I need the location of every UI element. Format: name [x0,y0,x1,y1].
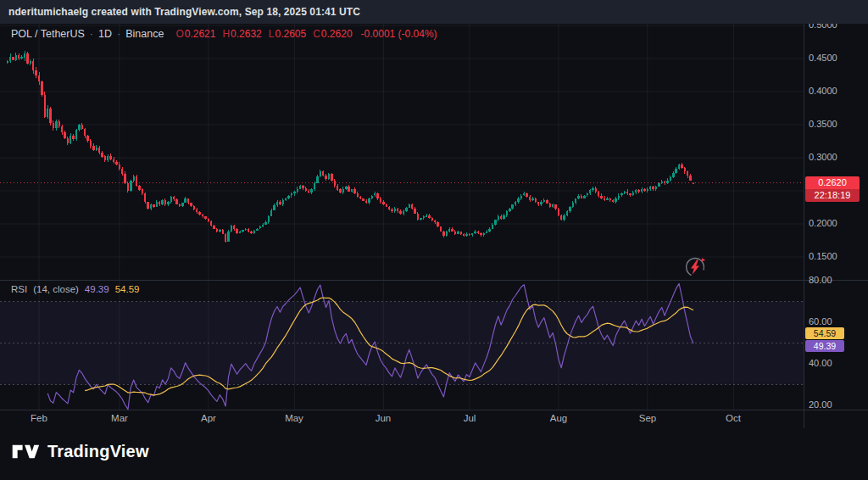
attribution-text: nderitumichaelg created with TradingView… [8,6,360,18]
time-tick-label: Jun [376,413,392,423]
rsi-title[interactable]: RSI [11,284,27,294]
time-tick-label: Jul [464,413,476,423]
rsi-tick-label: 60.00 [809,316,832,327]
legend-separator: · [117,28,120,40]
candlestick-series [7,51,695,243]
price-tick-label: 0.3500 [809,119,837,129]
rsi-ma-axis-label: 54.59 [805,327,844,339]
brand-wordmark: TradingView [47,442,149,461]
price-tick-label: 0.4000 [809,86,837,96]
last-price-label: 0.2620 22:18:19 [805,176,860,202]
lightning-icon [683,255,707,279]
time-tick-label: Sep [639,413,656,423]
chart-canvas[interactable] [0,0,868,480]
rsi-params: (14, close) [33,284,79,294]
close-value: C0.2620 [313,28,352,40]
legend-separator: · [90,28,93,40]
attribution-bar: nderitumichaelg created with TradingView… [0,0,868,24]
price-tick-label: 0.1500 [809,251,837,261]
time-tick-label: Aug [550,413,567,423]
interval-label[interactable]: 1D [98,28,112,40]
price-tick-label: 0.2000 [809,218,837,228]
time-tick-label: Mar [111,413,128,423]
rsi-tick-label: 20.00 [809,399,832,410]
tradingview-logo [11,440,40,463]
low-value: L0.2605 [269,28,306,40]
rsi-current-value: 49.39 [85,284,109,294]
rsi-tick-label: 80.00 [809,275,832,285]
rsi-legend: RSI (14, close) 49.39 54.59 [11,284,139,294]
ohlc-values: O0.2621 H0.2632 L0.2605 C0.2620 -0.0001 … [175,28,437,40]
time-tick-label: Oct [726,413,741,423]
exchange-label[interactable]: Binance [125,28,164,40]
rsi-tick-label: 40.00 [809,358,832,368]
time-tick-label: Apr [201,413,216,423]
open-value: O0.2621 [175,28,215,40]
quick-action-button[interactable] [683,255,707,279]
time-tick-label: Feb [31,413,47,423]
footer-brand[interactable]: TradingView [11,440,149,463]
time-tick-label: May [285,413,303,423]
bar-countdown: 22:18:19 [805,189,860,202]
price-tick-label: 0.4500 [809,53,837,63]
price-tick-label: 0.3000 [809,152,837,162]
change-value: -0.0001 (-0.04%) [361,28,437,40]
rsi-value-axis-label: 49.39 [805,340,844,352]
tradingview-snapshot: nderitumichaelg created with TradingView… [0,0,868,480]
last-price-value: 0.2620 [805,176,860,189]
symbol-legend: POL / TetherUS · 1D · Binance O0.2621 H0… [11,28,437,40]
symbol-title[interactable]: POL / TetherUS [11,28,85,40]
rsi-ma-current-value: 54.59 [115,284,140,294]
high-value: H0.2632 [222,28,261,40]
